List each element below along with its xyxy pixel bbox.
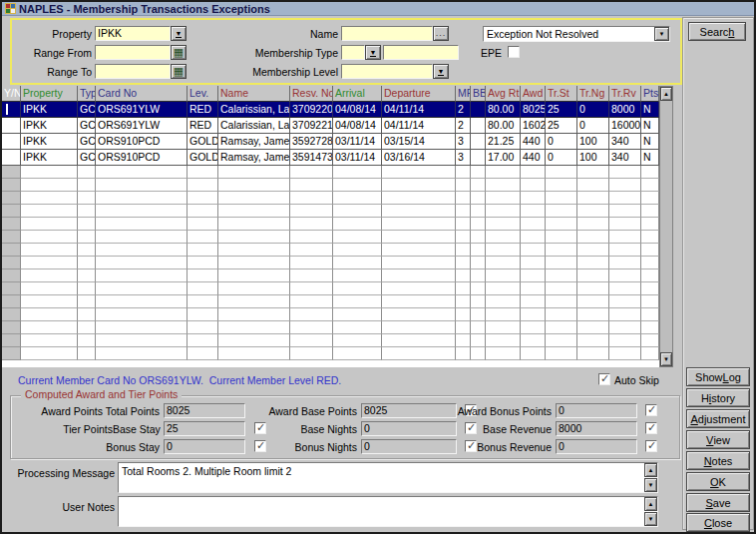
membership-level-label: Membership Level — [211, 66, 338, 79]
table-cell: 3 — [456, 134, 471, 150]
membership-type-code-input[interactable] — [341, 45, 365, 60]
name-lookup-button[interactable]: ... — [433, 26, 449, 41]
column-header[interactable]: Tr.Rv — [609, 86, 641, 102]
table-cell: 340 — [609, 150, 641, 166]
table-cell: N — [641, 134, 659, 150]
scroll-up-button[interactable]: ▲ — [644, 497, 657, 511]
table-cell: 80.00 — [486, 118, 521, 134]
user-notes-box[interactable]: ▲ ▼ — [118, 496, 658, 527]
table-cell: 80.00 — [486, 102, 521, 118]
scroll-down-button[interactable]: ▼ — [644, 512, 657, 526]
table-cell: 04/11/14 — [382, 118, 456, 134]
name-input[interactable] — [341, 26, 433, 41]
search-button[interactable]: Search — [688, 22, 746, 41]
table-cell: IPKK — [21, 134, 78, 150]
base-revenue-field: 8000 — [556, 421, 637, 436]
base-nights-label: Base Nights — [210, 423, 357, 436]
column-header[interactable]: Typ — [78, 86, 96, 102]
table-row[interactable]: IPKKGCORS691YLWREDCalarissian, Lando3709… — [2, 118, 659, 134]
table-cell: ORS691YLW — [96, 118, 188, 134]
membership-level-input[interactable] — [341, 64, 433, 79]
adjustment-button[interactable]: Adjustment — [686, 409, 750, 428]
table-cell: 2 — [456, 102, 471, 118]
table-cell: 0 — [546, 134, 577, 150]
computed-points-group: Computed Award and Tier Points Award Poi… — [10, 395, 680, 459]
column-header[interactable]: Arrival — [333, 86, 382, 102]
scroll-up-button[interactable]: ▲ — [660, 87, 672, 101]
range-to-calendar-button[interactable]: ▦ — [171, 64, 187, 79]
empty-row — [2, 295, 659, 308]
table-cell: 03/15/14 — [382, 134, 456, 150]
table-cell: 8000 — [609, 102, 641, 118]
award-bonus-checkbox[interactable] — [645, 404, 657, 416]
column-header[interactable]: Property — [21, 86, 78, 102]
notes-button[interactable]: Notes — [686, 451, 750, 470]
column-header[interactable]: Resv. No. — [290, 86, 333, 102]
table-cell: 25 — [546, 102, 577, 118]
column-header[interactable]: Card No — [96, 86, 188, 102]
processing-message-box[interactable]: Total Rooms 2. Multiple Room limit 2 ▲ ▼ — [118, 462, 658, 493]
calendar-icon: ▦ — [174, 47, 184, 58]
table-cell: 100 — [577, 134, 609, 150]
range-from-calendar-button[interactable]: ▦ — [171, 45, 187, 60]
range-to-input[interactable] — [95, 64, 171, 79]
empty-row — [2, 321, 659, 334]
lov-arrow-icon: ▼ — [176, 30, 183, 38]
range-from-input[interactable] — [95, 45, 171, 60]
title-bar[interactable]: NAPLES - Membership Transactions Excepti… — [2, 2, 754, 16]
table-scrollbar[interactable]: ▲ ▼ — [659, 86, 673, 367]
scroll-down-button[interactable]: ▼ — [660, 352, 672, 366]
table-cell: 0 — [546, 150, 577, 166]
column-header[interactable]: Tr.St — [546, 86, 577, 102]
auto-skip-checkbox[interactable] — [598, 373, 610, 385]
table-cell: GC — [78, 150, 96, 166]
membership-type-label: Membership Type — [211, 47, 338, 60]
history-button[interactable]: History — [686, 388, 750, 407]
table-cell: 3709220 — [290, 102, 333, 118]
save-button[interactable]: Save — [686, 493, 750, 512]
range-to-label: Range To — [14, 66, 92, 79]
table-cell: RED — [188, 102, 218, 118]
computed-points-title: Computed Award and Tier Points — [21, 388, 182, 400]
table-cell: 04/11/14 — [382, 102, 456, 118]
membership-type-desc-input[interactable] — [383, 45, 459, 60]
view-button[interactable]: View — [686, 430, 750, 449]
column-header[interactable]: Lev. — [188, 86, 218, 102]
column-header[interactable]: Y/N — [2, 86, 21, 102]
base-revenue-label: Base Revenue — [410, 423, 552, 436]
exception-filter-select[interactable]: Exception Not Resolved ▼ — [483, 26, 670, 42]
table-cell: ORS910PCD — [96, 150, 188, 166]
column-header[interactable]: Name — [218, 86, 290, 102]
dropdown-arrow-icon[interactable]: ▼ — [654, 27, 669, 41]
table-cell: GOLD — [188, 150, 218, 166]
table-row[interactable]: IPKKGCORS910PCDGOLDRamsay, James35927280… — [2, 134, 659, 150]
property-input[interactable]: IPKK — [95, 26, 171, 41]
bonus-revenue-checkbox[interactable] — [645, 440, 657, 452]
scroll-down-button[interactable]: ▼ — [644, 478, 657, 492]
show-log-button[interactable]: Show Log — [686, 367, 750, 386]
epe-checkbox[interactable] — [508, 46, 520, 58]
lov-arrow-icon: ▼ — [438, 68, 445, 76]
table-cell: 21.25 — [486, 134, 521, 150]
property-lov-button[interactable]: ▼ — [171, 26, 187, 41]
column-header[interactable]: BB — [471, 86, 486, 102]
table-row[interactable]: IPKKGCORS691YLWREDCalarissian, Lando3709… — [2, 102, 659, 118]
column-header[interactable]: Avg Rt — [486, 86, 521, 102]
scroll-up-button[interactable]: ▲ — [644, 463, 657, 477]
ok-button[interactable]: OK — [686, 472, 750, 491]
user-notes-label: User Notes — [2, 501, 115, 514]
column-header[interactable]: Pts. — [641, 86, 659, 102]
bonus-nights-label: Bonus Nights — [210, 441, 357, 454]
table-row[interactable]: IPKKGCORS910PCDGOLDRamsay, James35914730… — [2, 150, 659, 166]
base-revenue-checkbox[interactable] — [645, 422, 657, 434]
membership-type-lov-button[interactable]: ▼ — [365, 45, 381, 60]
empty-row — [2, 179, 659, 192]
column-header[interactable]: Tr.Ng — [577, 86, 609, 102]
tier-points-label: Tier Points — [11, 423, 113, 436]
table-cell: 03/11/14 — [333, 150, 382, 166]
column-header[interactable]: MR — [456, 86, 471, 102]
column-header[interactable]: Awd — [521, 86, 546, 102]
column-header[interactable]: Departure — [382, 86, 456, 102]
membership-level-lov-button[interactable]: ▼ — [433, 64, 449, 79]
close-button[interactable]: Close — [686, 513, 750, 532]
